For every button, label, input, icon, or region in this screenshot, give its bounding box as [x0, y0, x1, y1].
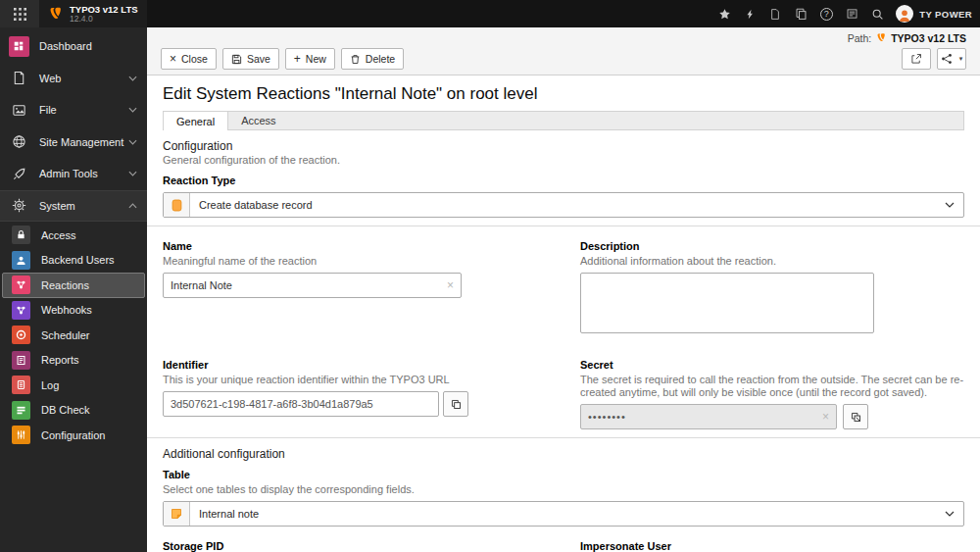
description-textarea[interactable]	[580, 273, 874, 333]
sidebar-item-system[interactable]: System	[0, 190, 147, 223]
sidebar-item-label: Admin Tools	[39, 168, 98, 179]
name-input[interactable]	[171, 279, 441, 291]
sidebar-item-dashboard[interactable]: Dashboard	[0, 30, 147, 63]
page-title: Edit System Reactions "Internal Note" on…	[163, 84, 964, 104]
sidebar-item-reactions[interactable]: Reactions	[2, 273, 145, 298]
section-divider	[147, 437, 980, 438]
record-icon	[164, 193, 190, 217]
identifier-input[interactable]	[171, 398, 431, 410]
sidebar-item-access[interactable]: Access	[2, 223, 145, 248]
scheduler-icon	[12, 326, 30, 344]
secret-field-group: Secret The secret is required to call th…	[580, 351, 964, 429]
view-webpage-button[interactable]	[902, 48, 931, 70]
identifier-description: This is your unique reaction identifier …	[163, 374, 547, 386]
path-value[interactable]: TYPO3 v12 LTS	[891, 32, 966, 44]
name-input-wrap: ×	[163, 273, 462, 298]
table-label: Table	[163, 469, 964, 481]
plus-icon: +	[294, 53, 301, 65]
table-select[interactable]: Internal note	[163, 501, 964, 527]
tab-general[interactable]: General	[163, 111, 228, 130]
sidebar-item-label: Access	[41, 229, 75, 241]
users-icon	[12, 251, 30, 270]
sidebar-item-webhooks[interactable]: Webhooks	[2, 298, 145, 324]
sidebar-item-backend-users[interactable]: Backend Users	[2, 248, 145, 274]
sidebar-item-label: Webhooks	[41, 304, 92, 316]
sliders-icon	[12, 426, 30, 444]
sidebar-item-label: Reactions	[41, 279, 89, 291]
globe-icon	[8, 131, 29, 153]
secret-input-wrap: ×	[580, 404, 837, 429]
page-path: Path: TYPO3 v12 LTS	[161, 30, 966, 45]
description-description: Additional information about the reactio…	[580, 255, 964, 268]
sidebar-item-reports[interactable]: Reports	[2, 348, 145, 374]
impersonate-user-field-group: Impersonate User Select the user with th…	[580, 532, 964, 552]
sidebar-item-label: Dashboard	[39, 40, 92, 52]
section-divider	[147, 226, 980, 226]
tab-access[interactable]: Access	[228, 112, 288, 129]
chevron-down-icon	[945, 511, 955, 517]
clear-cache-icon[interactable]	[737, 0, 762, 27]
chevron-down-icon	[128, 139, 137, 145]
sidebar-item-configuration[interactable]: Configuration	[2, 423, 145, 448]
brand-text: TYPO3 v12 LTS 12.4.0	[70, 5, 138, 24]
open-documents-icon[interactable]	[762, 0, 788, 27]
impersonate-user-label: Impersonate User	[580, 540, 964, 552]
close-button-label: Close	[181, 53, 208, 65]
webhooks-icon	[12, 301, 30, 320]
close-button[interactable]: × Close	[161, 48, 217, 70]
brand-version: 12.4.0	[70, 15, 138, 24]
sidebar-item-label: System	[39, 200, 75, 212]
sidebar-item-label: Reports	[41, 354, 79, 366]
sidebar-item-db-check[interactable]: DB Check	[2, 398, 145, 424]
help-icon[interactable]: ?	[813, 0, 839, 27]
dashboard-icon	[9, 36, 29, 57]
help-glyph: ?	[820, 8, 833, 21]
save-icon	[231, 54, 242, 65]
user-menu[interactable]: TY POWER	[896, 5, 972, 23]
module-content: Path: TYPO3 v12 LTS × Close Save + New D…	[147, 27, 980, 552]
sidebar-item-scheduler[interactable]: Scheduler	[2, 323, 145, 348]
sidebar-item-label: DB Check	[41, 404, 90, 416]
new-button[interactable]: + New	[285, 48, 335, 70]
system-information-icon[interactable]	[839, 0, 864, 27]
identifier-field-group: Identifier This is your unique reaction …	[163, 351, 547, 417]
section-heading-additional: Additional configuration	[163, 447, 964, 461]
sidebar-item-label: Configuration	[41, 429, 105, 441]
module-menu-toggle-button[interactable]	[0, 0, 39, 27]
typo3-brand[interactable]: TYPO3 v12 LTS 12.4.0	[39, 0, 147, 27]
copy-identifier-button[interactable]	[443, 391, 468, 417]
sidebar-item-label: Web	[39, 73, 61, 84]
search-icon[interactable]	[864, 0, 890, 27]
copy-icon	[451, 399, 462, 410]
regenerate-secret-button[interactable]	[843, 404, 868, 429]
save-button[interactable]: Save	[222, 48, 279, 70]
chevron-down-icon	[128, 75, 137, 81]
name-field-group: Name Meaningful name of the reaction ×	[163, 232, 547, 298]
rocket-icon	[8, 163, 29, 184]
close-icon: ×	[170, 53, 176, 65]
secret-description: The secret is required to call the react…	[580, 374, 964, 399]
bookmark-icon[interactable]	[711, 0, 737, 27]
clear-icon[interactable]: ×	[441, 278, 454, 292]
clear-icon[interactable]: ×	[816, 410, 829, 424]
delete-button[interactable]: Delete	[341, 48, 404, 70]
topbar: TYPO3 v12 LTS 12.4.0 ? TY POWER	[0, 0, 980, 27]
description-label: Description	[580, 240, 964, 253]
sidebar-item-site-management[interactable]: Site Management	[0, 126, 147, 159]
grid-icon	[14, 8, 26, 21]
sidebar-item-admin-tools[interactable]: Admin Tools	[0, 158, 147, 190]
open-in-new-icon	[910, 53, 922, 65]
caret-down-icon: ▾	[959, 55, 963, 63]
sidebar-item-file[interactable]: File	[0, 94, 147, 126]
section-desc-configuration: General configuration of the reaction.	[163, 154, 964, 167]
description-field-group: Description Additional information about…	[580, 232, 964, 337]
share-button[interactable]: ▾	[937, 48, 966, 70]
workspace-icon[interactable]	[788, 0, 813, 27]
typo3-logo-icon	[875, 32, 887, 44]
chevron-down-icon	[128, 107, 137, 113]
lock-icon	[12, 226, 30, 244]
sidebar-item-log[interactable]: Log	[2, 373, 145, 398]
sidebar-item-web[interactable]: Web	[0, 63, 147, 95]
module-sidebar: Dashboard Web File Site Management Admin…	[0, 27, 147, 552]
reaction-type-select[interactable]: Create database record	[163, 192, 964, 218]
